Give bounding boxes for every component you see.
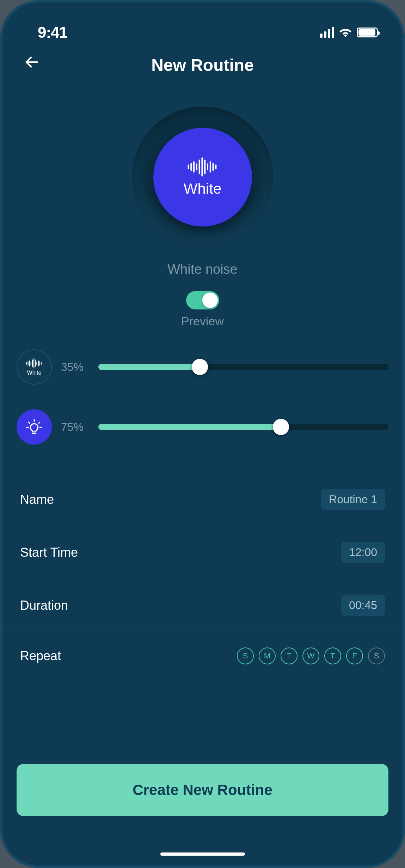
repeat-label: Repeat [20, 649, 61, 663]
phone-frame: 9:41 New Routine [0, 0, 405, 868]
duration-label: Duration [20, 598, 68, 613]
day-sun[interactable]: S [237, 647, 254, 664]
day-selector: S M T W T F S [237, 647, 385, 664]
name-value[interactable]: Routine 1 [321, 489, 385, 510]
sound-mini-dial[interactable]: White [17, 349, 52, 385]
day-thu[interactable]: T [324, 647, 341, 664]
svg-line-24 [29, 422, 30, 423]
name-label: Name [20, 492, 54, 507]
sound-volume-slider[interactable] [98, 364, 388, 370]
day-tue[interactable]: T [281, 647, 297, 664]
light-brightness-row: 75% [17, 409, 388, 445]
start-time-value[interactable]: 12:00 [341, 542, 385, 563]
settings-list: Name Routine 1 Start Time 12:00 Duration… [2, 473, 403, 680]
start-time-label: Start Time [20, 545, 78, 560]
battery-icon [357, 28, 378, 37]
day-fri[interactable]: F [346, 647, 363, 664]
waveform-icon [186, 157, 220, 177]
arrow-left-icon [24, 54, 40, 70]
home-indicator[interactable] [160, 852, 245, 856]
signal-icon [320, 27, 334, 38]
page-title: New Routine [151, 55, 254, 75]
day-mon[interactable]: M [259, 647, 276, 664]
cta-wrap: Create New Routine [17, 764, 388, 816]
repeat-row: Repeat S M T W T F S [2, 632, 403, 680]
sound-subtitle: White noise [167, 262, 238, 277]
name-row[interactable]: Name Routine 1 [2, 473, 403, 526]
duration-row[interactable]: Duration 00:45 [2, 579, 403, 632]
sound-dial-label: White [184, 180, 221, 197]
sliders: White 35% [2, 349, 403, 445]
light-mini-dial[interactable] [17, 409, 52, 445]
header: New Routine [2, 48, 403, 96]
duration-value[interactable]: 00:45 [341, 595, 385, 616]
preview-toggle[interactable] [186, 291, 219, 309]
day-wed[interactable]: W [302, 647, 319, 664]
light-brightness-slider[interactable] [98, 424, 388, 430]
sound-volume-value: 35% [61, 361, 89, 374]
create-routine-button[interactable]: Create New Routine [17, 764, 388, 816]
slider-fill [98, 364, 200, 370]
status-time: 9:41 [38, 24, 67, 41]
slider-fill [98, 424, 281, 430]
light-brightness-value: 75% [61, 421, 89, 434]
toggle-knob [202, 293, 218, 308]
sound-dial-inner: White [153, 128, 252, 227]
day-sat[interactable]: S [368, 647, 385, 664]
status-icons [320, 27, 378, 38]
wifi-icon [339, 28, 352, 37]
slider-thumb[interactable] [192, 359, 208, 375]
svg-line-25 [39, 422, 40, 423]
preview-section: Preview [181, 291, 224, 328]
sound-section: White White noise Preview [2, 107, 403, 328]
sound-mini-label: White [27, 370, 42, 376]
waveform-icon [25, 358, 44, 369]
sound-dial[interactable]: White [132, 107, 273, 248]
back-button[interactable] [24, 54, 40, 72]
start-time-row[interactable]: Start Time 12:00 [2, 526, 403, 579]
slider-thumb[interactable] [273, 419, 289, 435]
lightbulb-icon [24, 417, 44, 437]
sound-volume-row: White 35% [17, 349, 388, 385]
preview-label: Preview [181, 314, 224, 328]
status-bar: 9:41 [2, 2, 403, 48]
